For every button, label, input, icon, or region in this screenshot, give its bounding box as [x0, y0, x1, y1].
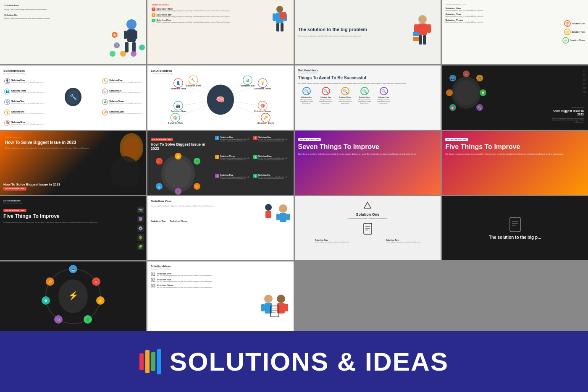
slide-7-sub: Our approach & methodology — [298, 72, 438, 74]
svg-text:🔑: 🔑 — [48, 280, 52, 284]
node-sol2: 🏠 Solution TwoStatement problem, issue, … — [4, 99, 44, 105]
svg-rect-4 — [124, 31, 127, 39]
slide-12[interactable]: RECIPE FOR SUCCESS Five Things To Improv… — [442, 131, 588, 195]
svg-text:🎯: 🎯 — [115, 43, 119, 47]
node-sol3: 👥 Solution ThreeStatement problem, issue… — [4, 89, 44, 94]
slide-10-badge: RECIPE FOR SUCCESS — [151, 138, 173, 141]
slide-16-title: The solution to the big p... — [489, 235, 541, 240]
svg-point-91 — [165, 159, 192, 189]
slide-9-sub-title: How To Solve Biggest Issue in 2023 — [3, 183, 60, 187]
svg-rect-16 — [273, 13, 276, 21]
slide-4-item2: Solution Two Statement problem, issue, o… — [445, 13, 561, 17]
svg-text:🎯: 🎯 — [260, 103, 265, 108]
slide-1-desc2: Multiply a stylish mobile responsive, at… — [4, 18, 80, 20]
slide-13-badge: RECIPE FOR SUCCESS — [3, 209, 26, 212]
svg-text:🌿: 🌿 — [195, 159, 199, 164]
svg-text:⭐: ⭐ — [176, 154, 180, 159]
svg-text:Solution Three: Solution Three — [254, 87, 271, 90]
svg-text:Solution Five: Solution Five — [186, 84, 201, 87]
slide-18-illustration — [258, 291, 291, 329]
svg-rect-24 — [427, 24, 431, 33]
logo-bar-2 — [145, 350, 150, 373]
svg-point-14 — [276, 6, 283, 13]
svg-rect-28 — [413, 37, 419, 41]
svg-text:👤: 👤 — [176, 81, 181, 86]
svg-rect-107 — [286, 214, 290, 220]
slide-13-header: Solution/Ideas — [3, 199, 143, 202]
slide-5-sub: Our approach & methodology — [3, 73, 143, 75]
brain-mindmap-svg: 🧠 👤 🔧 📸 🏠 💡 📊 — [151, 76, 290, 124]
slide-5-header: Solution/Ideas — [3, 69, 143, 73]
slide-8[interactable]: 01 02 03 04 05 06 📷 🎮 🎵 — [442, 65, 588, 130]
slide-3-desc: It is one way to display an algorithm th… — [298, 35, 406, 37]
svg-text:🔑: 🔑 — [263, 115, 268, 120]
slide-18-header: Solution/Ideas — [151, 265, 290, 268]
slide-11[interactable]: RECIPE FOR SUCCESS Seven Things To Impro… — [295, 131, 441, 195]
logo-bar-3 — [151, 352, 155, 371]
slide-1-title: Solution Four — [4, 4, 143, 7]
svg-rect-25 — [419, 35, 422, 44]
slide-2[interactable]: Solution Ideas 3 Solution Three Multiply… — [147, 0, 294, 64]
slide-14-sol3: Solution Three — [170, 220, 187, 222]
slide-8-numbers: 01 02 03 04 05 06 — [583, 70, 586, 94]
slide-13[interactable]: Solution/Ideas Our approach & methodolog… — [0, 196, 146, 260]
svg-rect-106 — [276, 214, 280, 220]
svg-text:🎵: 🎵 — [478, 76, 482, 81]
slide-12-desc: Six things to avoid in order be successf… — [445, 153, 585, 156]
slide-7[interactable]: Solution/Ideas Our approach & methodolog… — [295, 65, 441, 130]
svg-point-21 — [418, 15, 427, 24]
slide-13-sub: Our approach & methodology — [3, 202, 143, 204]
slide-16[interactable]: The solution to the big p... — [442, 196, 588, 260]
slide-13-icons: 📷 🔮 ⚙️ ✳️ 🧩 — [137, 206, 144, 250]
svg-text:Solution Eight: Solution Eight — [257, 122, 274, 123]
svg-point-0 — [126, 19, 136, 29]
slide-18[interactable]: Solution/Ideas Our approach & methodolog… — [147, 261, 294, 331]
svg-point-86 — [446, 89, 453, 96]
svg-text:Solution Four: Solution Four — [171, 87, 186, 90]
slide-3-title: The solution to the big problem — [298, 27, 406, 32]
slide-6-header: Solution/Ideas — [151, 69, 290, 73]
svg-rect-23 — [414, 24, 418, 33]
slide-1[interactable]: Solution Four Multiply a way to professi… — [0, 0, 146, 64]
slide-15[interactable]: Solution One It is one way that only con… — [295, 196, 441, 260]
svg-text:🧠: 🧠 — [216, 95, 225, 104]
slide-9[interactable]: New Experience How To Solve Biggest Issu… — [0, 131, 146, 195]
svg-point-10 — [110, 51, 116, 57]
slide-6[interactable]: Solution/Ideas Our approach & methodolog… — [147, 65, 294, 130]
svg-text:📸: 📸 — [176, 103, 181, 108]
slide-13-desc: Six things to avoid in order be successf… — [3, 221, 143, 224]
svg-text:🍎: 🍎 — [157, 159, 161, 164]
svg-point-136 — [264, 295, 273, 303]
svg-point-11 — [120, 51, 126, 57]
svg-rect-111 — [364, 223, 372, 234]
svg-point-108 — [265, 204, 272, 211]
slide-8-badge: New Experience — [550, 107, 584, 109]
slide-10-brain: 🍎 ⭐ 🌿 💧 🦋 🧡 — [151, 153, 205, 195]
slide-14[interactable]: Solution One It is one way to display an… — [147, 196, 294, 260]
svg-point-12 — [131, 51, 136, 57]
svg-marker-110 — [364, 202, 371, 208]
svg-text:🔧: 🔧 — [69, 94, 77, 101]
node-sol9: 🎯 Solution NineStatement problem, issue,… — [4, 120, 44, 126]
slide-10-title: How To Solve Biggest Issue in 2023 — [151, 142, 213, 152]
svg-rect-2 — [125, 42, 129, 52]
svg-text:⚡: ⚡ — [68, 290, 78, 301]
svg-text:💻: 💻 — [71, 267, 75, 272]
slide-17[interactable]: 💻 🎯 ⭐ 🌿 🔮 💎 🔑 ⚡ — [0, 261, 146, 331]
svg-text:Solution Seven: Solution Seven — [254, 110, 271, 112]
svg-text:🎯: 🎯 — [94, 280, 98, 284]
slide-3[interactable]: The solution to the big problem It is on… — [295, 0, 441, 64]
svg-text:🏆: 🏆 — [565, 21, 570, 26]
slide-10[interactable]: RECIPE FOR SUCCESS How To Solve Biggest … — [147, 131, 294, 195]
slide-7-title: Things To Avoid To Be Successful — [298, 76, 438, 81]
person-illustration: ⭐ 🎯 — [108, 14, 146, 64]
slide-8-desc: Studio is a fast way to start your respo… — [550, 118, 584, 123]
node-sol6: 📊 Solution SixStatement problem, issue, … — [102, 89, 142, 94]
svg-point-73 — [454, 80, 478, 105]
slide-4[interactable]: Thursday, February 4, 2016 Solution One … — [442, 0, 588, 64]
slide-5[interactable]: Solution/Ideas Our approach & methodolog… — [0, 65, 146, 130]
slide-7-desc: We believe that the effective interplay … — [298, 82, 438, 85]
slide-15-sol2: Solution Two It is one way that only con… — [386, 239, 420, 243]
svg-text:💎: 💎 — [44, 299, 48, 303]
slide-14-sol2: Solution Two — [151, 220, 166, 222]
